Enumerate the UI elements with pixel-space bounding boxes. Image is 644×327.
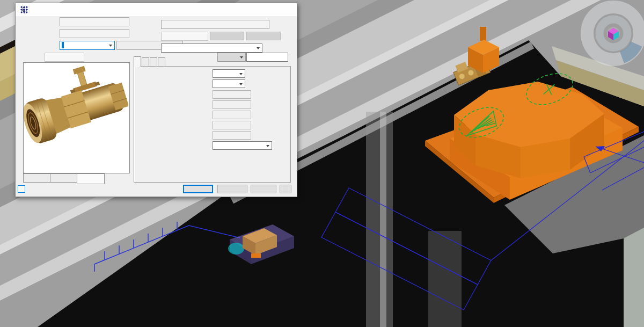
cad-application-window — [0, 0, 644, 327]
pressure-class-field — [213, 111, 251, 119]
chevron-down-icon — [257, 47, 260, 49]
cennik-button[interactable] — [210, 32, 244, 40]
poziom-input[interactable] — [246, 53, 288, 62]
flm-dialog — [15, 3, 297, 197]
tab-details[interactable] — [150, 57, 157, 67]
typ-field[interactable] — [60, 17, 129, 26]
chevron-down-icon — [109, 45, 112, 47]
dpmin-field — [213, 90, 251, 99]
dpmax-field — [213, 100, 251, 109]
numer-field[interactable] — [45, 53, 84, 62]
chevron-down-icon — [266, 145, 269, 147]
system-select[interactable] — [60, 41, 115, 50]
tab-przeplywy[interactable] — [158, 57, 165, 67]
product-photo-preview — [23, 62, 130, 173]
fluid-temperature-field — [213, 131, 251, 140]
catalog-no-select[interactable] — [213, 141, 272, 150]
chevron-down-icon — [240, 56, 243, 59]
chevron-down-icon — [239, 73, 243, 75]
properties-tabstrip — [134, 57, 166, 67]
dialog-titlebar[interactable] — [16, 3, 297, 16]
katalog-button[interactable] — [246, 32, 281, 40]
close-icon[interactable] — [281, 3, 297, 16]
flm-app-icon — [20, 5, 28, 14]
brass-valve-photo — [24, 63, 128, 172]
ok-button[interactable] — [183, 185, 213, 193]
strkat-field[interactable] — [161, 32, 208, 41]
chevron-down-icon — [239, 83, 243, 85]
connection-field — [213, 121, 251, 129]
preview-tab-3d-slajd[interactable] — [23, 173, 52, 183]
preview-tab-zdjecie[interactable] — [77, 173, 105, 184]
uwagi-select[interactable] — [161, 43, 262, 53]
dimension-dn-select[interactable] — [213, 69, 245, 78]
producent-field[interactable] — [161, 20, 269, 29]
more-button[interactable] — [280, 185, 291, 193]
preview-tab-2d-slajd[interactable] — [50, 173, 79, 183]
cancel-button[interactable] — [217, 185, 247, 193]
tab-properties[interactable] — [134, 56, 141, 67]
specyfikacja-checkbox[interactable] — [18, 185, 25, 193]
vnom-select[interactable] — [213, 79, 245, 88]
poziom-ref-select[interactable] — [217, 53, 246, 62]
help-button[interactable] — [251, 185, 276, 193]
nazwa-field[interactable] — [60, 29, 129, 38]
tab-actuator[interactable] — [142, 57, 149, 67]
